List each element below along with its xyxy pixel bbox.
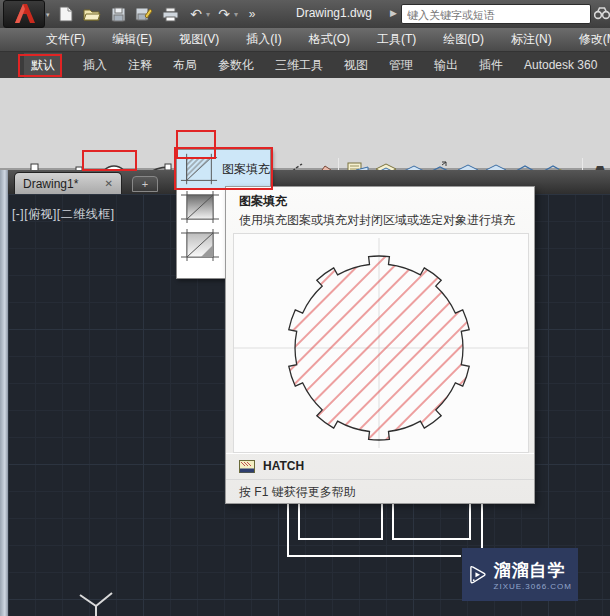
undo-dropdown-caret[interactable]: ▾ bbox=[206, 10, 210, 19]
menu-dimension[interactable]: 标注(N) bbox=[511, 31, 552, 48]
infocenter-toggle-icon[interactable]: ▶ bbox=[390, 8, 397, 18]
hatched-gear-illustration bbox=[234, 234, 528, 452]
save-as-button[interactable] bbox=[132, 4, 156, 24]
hatch-command-icon bbox=[239, 460, 255, 473]
new-file-button[interactable] bbox=[54, 4, 78, 24]
tab-annotate[interactable]: 注释 bbox=[128, 57, 152, 74]
tooltip-description: 使用填充图案或填充对封闭区域或选定对象进行填充 bbox=[239, 213, 525, 228]
plot-button[interactable] bbox=[158, 4, 182, 24]
redo-dropdown-caret[interactable]: ▾ bbox=[234, 10, 238, 19]
menu-edit[interactable]: 编辑(E) bbox=[112, 31, 152, 48]
menu-tools[interactable]: 工具(T) bbox=[377, 31, 416, 48]
file-tab-label: Drawing1* bbox=[23, 177, 78, 191]
tab-plugins[interactable]: 插件 bbox=[479, 57, 503, 74]
qat-expand-button[interactable]: » bbox=[240, 4, 264, 24]
new-drawing-tab-button[interactable]: + bbox=[132, 176, 158, 192]
menu-insert[interactable]: 插入(I) bbox=[246, 31, 281, 48]
menu-bar: 文件(F) 编辑(E) 视图(V) 插入(I) 格式(O) 工具(T) 绘图(D… bbox=[0, 28, 610, 52]
watermark-title: 溜溜自学 bbox=[494, 559, 572, 582]
open-file-button[interactable] bbox=[80, 4, 104, 24]
tab-3dtools[interactable]: 三维工具 bbox=[275, 57, 323, 74]
tooltip-illustration bbox=[233, 233, 529, 453]
menu-file[interactable]: 文件(F) bbox=[46, 31, 85, 48]
tooltip-divider bbox=[226, 479, 534, 480]
search-input[interactable] bbox=[402, 6, 590, 24]
redo-button[interactable]: ↷ bbox=[212, 4, 236, 24]
search-binoculars-icon[interactable] bbox=[594, 6, 610, 24]
menu-modify[interactable]: 修改(M) bbox=[579, 31, 610, 48]
tab-layout[interactable]: 布局 bbox=[173, 57, 197, 74]
search-box bbox=[401, 4, 591, 24]
drawing-lines bbox=[288, 500, 482, 556]
ucs-icon bbox=[80, 593, 112, 616]
save-button[interactable] bbox=[106, 4, 130, 24]
close-icon[interactable]: ✕ bbox=[105, 178, 113, 189]
tab-insert[interactable]: 插入 bbox=[83, 57, 107, 74]
tooltip-command-row: HATCH bbox=[239, 459, 304, 473]
annotation-box-dropdown-item bbox=[174, 147, 273, 190]
printer-icon bbox=[162, 7, 179, 22]
ribbon-tab-row: 默认 插入 注释 布局 参数化 三维工具 视图 管理 输出 插件 Autodes… bbox=[0, 52, 610, 78]
logo-dropdown-caret[interactable]: ▾ bbox=[46, 11, 50, 19]
boundary-icon bbox=[180, 228, 220, 262]
tab-view[interactable]: 视图 bbox=[344, 57, 368, 74]
gradient-fill-icon bbox=[180, 190, 220, 224]
annotation-box-draw-panel bbox=[82, 150, 137, 171]
hatch-tooltip: 图案填充 使用填充图案或填充对封闭区域或选定对象进行填充 HATCH 按 F1 … bbox=[225, 186, 535, 504]
menu-format[interactable]: 格式(O) bbox=[309, 31, 350, 48]
tooltip-title: 图案填充 bbox=[239, 193, 287, 210]
tooltip-help-hint: 按 F1 键获得更多帮助 bbox=[239, 484, 356, 501]
gear-outline bbox=[289, 256, 469, 440]
tab-manage[interactable]: 管理 bbox=[389, 57, 413, 74]
tab-parametric[interactable]: 参数化 bbox=[218, 57, 254, 74]
menu-view[interactable]: 视图(V) bbox=[179, 31, 219, 48]
open-folder-icon bbox=[83, 7, 101, 21]
undo-button[interactable]: ↶ bbox=[184, 4, 208, 24]
annotation-box-home-tab bbox=[18, 54, 62, 77]
tooltip-command-name: HATCH bbox=[263, 459, 304, 473]
autocad-logo-button[interactable] bbox=[3, 0, 45, 28]
save-as-icon bbox=[135, 6, 153, 22]
watermark-url: zixue.3066.com bbox=[494, 582, 572, 591]
autocad-logo-icon bbox=[11, 2, 37, 26]
watermark: 溜溜自学 zixue.3066.com bbox=[462, 548, 578, 601]
new-file-icon bbox=[59, 6, 73, 22]
file-tab-drawing1[interactable]: Drawing1* ✕ bbox=[14, 172, 122, 194]
tab-output[interactable]: 输出 bbox=[434, 57, 458, 74]
menu-draw[interactable]: 绘图(D) bbox=[443, 31, 484, 48]
save-icon bbox=[111, 7, 126, 22]
watermark-play-logo bbox=[468, 555, 488, 595]
tab-autodesk360[interactable]: Autodesk 360 bbox=[524, 58, 597, 72]
tooltip-divider bbox=[226, 453, 534, 454]
window-title: Drawing1.dwg bbox=[296, 6, 372, 20]
title-bar: ▾ ↶ ▾ ↷ ▾ » Drawing1.dwg ▶ bbox=[0, 0, 610, 28]
